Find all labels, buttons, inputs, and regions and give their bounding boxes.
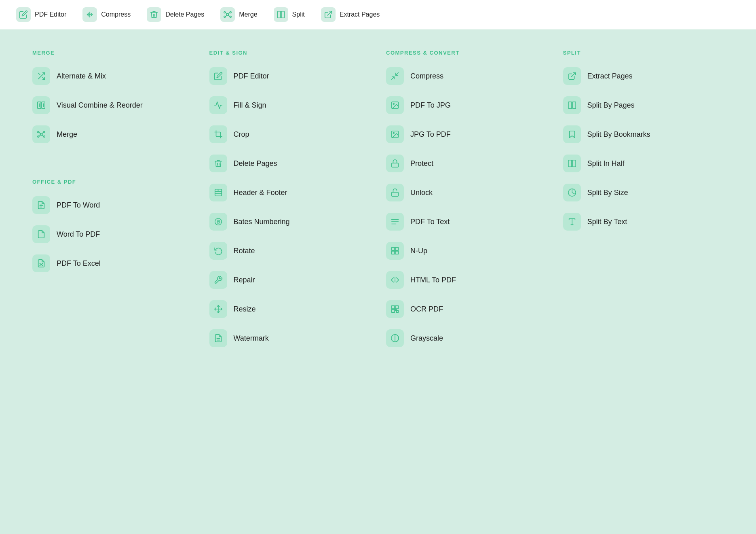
nav-label-extract-pages: Extract Pages (340, 11, 380, 18)
nav-label-merge: Merge (239, 11, 257, 18)
menu-item-ocr-pdf[interactable]: OCR PDF (386, 300, 547, 318)
svg-rect-60 (392, 306, 395, 309)
section-title-merge: MERGE (32, 50, 193, 56)
menu-item-rotate[interactable]: Rotate (209, 242, 370, 260)
svg-line-45 (396, 73, 398, 75)
icon-merge (32, 125, 50, 143)
icon-split-by-text (563, 213, 581, 231)
svg-line-7 (226, 13, 227, 15)
menu-item-n-up[interactable]: N-Up (386, 242, 547, 260)
svg-rect-51 (392, 192, 399, 196)
svg-rect-57 (392, 251, 395, 254)
icon-crop (209, 125, 227, 143)
menu-item-split-by-size[interactable]: Split By Size (563, 184, 724, 201)
label-rotate: Rotate (234, 247, 255, 255)
svg-text:W: W (40, 204, 42, 206)
menu-item-unlock[interactable]: Unlock (386, 184, 547, 201)
menu-item-jpg-to-pdf[interactable]: JPG To PDF (386, 125, 547, 143)
label-split-by-size: Split By Size (587, 189, 628, 197)
nav-item-pdf-editor[interactable]: PDF Editor (16, 7, 66, 22)
label-n-up: N-Up (410, 247, 427, 255)
label-split-by-bookmarks: Split By Bookmarks (587, 130, 650, 139)
label-repair: Repair (234, 276, 255, 284)
svg-line-26 (39, 132, 41, 134)
menu-item-pdf-to-text[interactable]: PDF To Text (386, 213, 547, 231)
label-resize: Resize (234, 305, 256, 314)
menu-item-watermark[interactable]: Watermark (209, 329, 370, 347)
nav-icon-pdf-editor (16, 7, 31, 22)
menu-item-pdf-to-excel[interactable]: PDF To Excel (32, 254, 193, 272)
menu-item-fill-sign[interactable]: Fill & Sign (209, 96, 370, 114)
label-alternate-mix: Alternate & Mix (57, 72, 106, 81)
menu-item-visual-combine[interactable]: Visual Combine & Reorder (32, 96, 193, 114)
icon-ocr-pdf (386, 300, 404, 318)
label-pdf-to-text: PDF To Text (410, 218, 450, 226)
svg-rect-69 (568, 160, 571, 167)
icon-split-by-pages (563, 96, 581, 114)
top-navigation: PDF Editor Compress Delete Pages Merge S… (0, 0, 756, 30)
icon-header-footer: H (209, 184, 227, 201)
menu-item-pdf-to-word[interactable]: W PDF To Word (32, 196, 193, 214)
svg-rect-62 (392, 309, 395, 312)
svg-rect-56 (395, 248, 398, 250)
menu-item-split-by-bookmarks[interactable]: Split By Bookmarks (563, 125, 724, 143)
icon-unlock (386, 184, 404, 201)
icon-n-up (386, 242, 404, 260)
label-merge: Merge (57, 130, 77, 139)
menu-item-alternate-mix[interactable]: Alternate & Mix (32, 67, 193, 85)
menu-item-pdf-to-jpg[interactable]: PDF To JPG (386, 96, 547, 114)
icon-bates-numbering (209, 213, 227, 231)
label-compress: Compress (410, 72, 443, 81)
menu-item-protect[interactable]: Protect (386, 155, 547, 172)
svg-rect-58 (395, 251, 398, 254)
icon-visual-combine (32, 96, 50, 114)
menu-item-pdf-editor[interactable]: PDF Editor (209, 67, 370, 85)
svg-text:H: H (218, 189, 219, 191)
menu-item-compress[interactable]: Compress (386, 67, 547, 85)
label-split-by-pages: Split By Pages (587, 101, 635, 110)
menu-item-html-to-pdf[interactable]: HTML To PDF (386, 271, 547, 289)
section-compress-convert: COMPRESS & CONVERT Compress PDF To JPG J… (378, 50, 555, 375)
nav-label-compress: Compress (101, 11, 131, 18)
icon-word-to-pdf (32, 225, 50, 243)
nav-item-merge[interactable]: Merge (220, 7, 257, 22)
menu-item-repair[interactable]: Repair (209, 271, 370, 289)
menu-item-crop[interactable]: Crop (209, 125, 370, 143)
menu-item-merge[interactable]: Merge (32, 125, 193, 143)
menu-item-bates-numbering[interactable]: Bates Numbering (209, 213, 370, 231)
icon-split-by-bookmarks (563, 125, 581, 143)
label-extract-pages: Extract Pages (587, 72, 633, 81)
svg-rect-61 (395, 306, 398, 309)
label-bates-numbering: Bates Numbering (234, 218, 290, 226)
nav-icon-compress (82, 7, 97, 22)
menu-item-resize[interactable]: Resize (209, 300, 370, 318)
nav-icon-split (274, 7, 288, 22)
svg-line-66 (571, 73, 575, 77)
label-split-in-half: Split In Half (587, 159, 625, 168)
nav-item-extract-pages[interactable]: Extract Pages (321, 7, 380, 22)
icon-pdf-to-word: W (32, 196, 50, 214)
svg-line-10 (228, 15, 230, 17)
nav-item-split[interactable]: Split (274, 7, 305, 22)
svg-rect-68 (572, 102, 575, 109)
nav-item-compress[interactable]: Compress (82, 7, 131, 22)
svg-line-13 (327, 11, 332, 15)
menu-item-split-in-half[interactable]: Split In Half (563, 155, 724, 172)
svg-line-29 (42, 135, 44, 137)
icon-html-to-pdf (386, 271, 404, 289)
label-pdf-to-jpg: PDF To JPG (410, 101, 451, 110)
nav-item-delete-pages[interactable]: Delete Pages (147, 7, 204, 22)
menu-item-grayscale[interactable]: Grayscale (386, 329, 547, 347)
menu-item-delete-pages[interactable]: Delete Pages (209, 155, 370, 172)
label-delete-pages: Delete Pages (234, 159, 277, 168)
menu-item-header-footer[interactable]: H Header & Footer (209, 184, 370, 201)
icon-compress (386, 67, 404, 85)
menu-item-word-to-pdf[interactable]: Word To PDF (32, 225, 193, 243)
menu-item-split-by-pages[interactable]: Split By Pages (563, 96, 724, 114)
menu-item-extract-pages[interactable]: Extract Pages (563, 67, 724, 85)
menu-item-split-by-text[interactable]: Split By Text (563, 213, 724, 231)
icon-delete-pages (209, 155, 227, 172)
label-jpg-to-pdf: JPG To PDF (410, 130, 451, 139)
icon-pdf-to-jpg (386, 96, 404, 114)
label-pdf-to-excel: PDF To Excel (57, 259, 101, 268)
